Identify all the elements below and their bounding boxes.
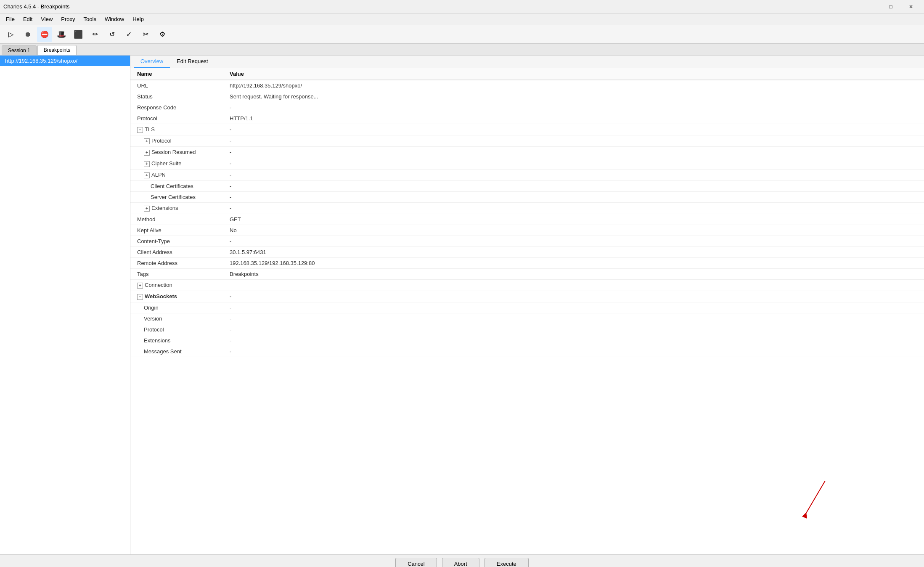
cancel-button[interactable]: Cancel	[395, 558, 437, 567]
toolbar: ▷ ⏺ ⛔ 🎩 ⬛ ✏ ↺ ✓ ✂ ⚙	[0, 25, 924, 44]
alpn-expand-icon[interactable]: +	[144, 172, 150, 178]
row-ws-version: Version -	[130, 313, 924, 324]
session-button[interactable]: ▷	[3, 27, 19, 42]
maximize-button[interactable]: □	[881, 2, 900, 12]
row-ws-extensions-name: Extensions	[130, 335, 223, 346]
row-ws-messages-sent-name: Messages Sent	[130, 346, 223, 357]
tls-extensions-expand-icon[interactable]: +	[144, 206, 150, 212]
pencil-button[interactable]: ✏	[87, 27, 103, 42]
row-cipher-suite: +Cipher Suite -	[130, 158, 924, 170]
row-session-resumed-value: -	[223, 147, 924, 158]
sidebar-item-shopxo[interactable]: http://192.168.35.129/shopxo/	[0, 56, 130, 66]
row-client-certs-value: -	[223, 181, 924, 191]
row-method: Method GET	[130, 214, 924, 225]
cipher-suite-expand-icon[interactable]: +	[144, 161, 150, 167]
svg-line-0	[804, 481, 825, 517]
row-remote-address: Remote Address 192.168.35.129/192.168.35…	[130, 258, 924, 269]
tools-button[interactable]: ✂	[138, 27, 153, 42]
row-client-address-value: 30.1.5.97:6431	[223, 247, 924, 257]
row-ws-version-name: Version	[130, 313, 223, 324]
row-connection-value	[223, 280, 924, 291]
menu-proxy[interactable]: Proxy	[57, 14, 79, 24]
row-connection: +Connection	[130, 280, 924, 291]
row-tags-value: Breakpoints	[223, 269, 924, 279]
row-ws-protocol-name: Protocol	[130, 324, 223, 335]
stop-button[interactable]: ⬛	[71, 27, 86, 42]
row-client-address: Client Address 30.1.5.97:6431	[130, 247, 924, 258]
websockets-collapse-icon[interactable]: −	[137, 294, 143, 300]
row-client-certs: Client Certificates -	[130, 181, 924, 192]
minimize-button[interactable]: ─	[861, 2, 880, 12]
tab-edit-request[interactable]: Edit Request	[170, 56, 214, 68]
menu-help[interactable]: Help	[128, 14, 148, 24]
row-server-certs: Server Certificates -	[130, 192, 924, 203]
row-tls-protocol: +Protocol -	[130, 135, 924, 147]
content-panel: Overview Edit Request Name Value URL htt…	[130, 56, 924, 554]
row-tls: −TLS -	[130, 124, 924, 135]
row-method-value: GET	[223, 214, 924, 225]
abort-button[interactable]: Abort	[442, 558, 479, 567]
row-websockets: −WebSockets -	[130, 291, 924, 302]
menu-bar: File Edit View Proxy Tools Window Help	[0, 13, 924, 25]
col-header-name: Name	[130, 68, 223, 79]
row-remote-address-value: 192.168.35.129/192.168.35.129:80	[223, 258, 924, 268]
row-alpn-name: +ALPN	[130, 170, 223, 180]
main-layout: http://192.168.35.129/shopxo/ Overview E…	[0, 56, 924, 554]
row-tls-name: −TLS	[130, 124, 223, 135]
row-alpn: +ALPN -	[130, 170, 924, 181]
tab-breakpoints[interactable]: Breakpoints	[37, 45, 77, 55]
connection-expand-icon[interactable]: +	[137, 283, 143, 289]
tls-collapse-icon[interactable]: −	[137, 127, 143, 133]
window-title: Charles 4.5.4 - Breakpoints	[3, 3, 70, 10]
close-button[interactable]: ✕	[901, 2, 921, 12]
row-response-code-name: Response Code	[130, 102, 223, 113]
sidebar: http://192.168.35.129/shopxo/	[0, 56, 130, 554]
row-protocol-value: HTTP/1.1	[223, 113, 924, 124]
row-tls-value: -	[223, 124, 924, 135]
inner-tabs: Overview Edit Request	[130, 56, 924, 68]
red-arrow-annotation	[798, 479, 831, 521]
row-kept-alive: Kept Alive No	[130, 225, 924, 236]
row-tls-protocol-value: -	[223, 135, 924, 146]
settings-button[interactable]: ⚙	[155, 27, 170, 42]
record-button[interactable]: ⏺	[20, 27, 35, 42]
menu-tools[interactable]: Tools	[79, 14, 101, 24]
execute-button[interactable]: Execute	[485, 558, 529, 567]
session-resumed-expand-icon[interactable]: +	[144, 150, 150, 156]
row-ws-origin-value: -	[223, 302, 924, 313]
row-protocol: Protocol HTTP/1.1	[130, 113, 924, 124]
row-session-resumed: +Session Resumed -	[130, 147, 924, 158]
row-websockets-value: -	[223, 291, 924, 302]
menu-file[interactable]: File	[2, 14, 19, 24]
check-button[interactable]: ✓	[121, 27, 136, 42]
row-ws-protocol: Protocol -	[130, 324, 924, 335]
row-tls-extensions: +Extensions -	[130, 203, 924, 214]
menu-window[interactable]: Window	[101, 14, 128, 24]
row-tags: Tags Breakpoints	[130, 269, 924, 280]
tab-bar: Session 1 Breakpoints	[0, 44, 924, 56]
row-server-certs-name: Server Certificates	[130, 192, 223, 202]
row-ws-extensions: Extensions -	[130, 335, 924, 346]
column-headers: Name Value	[130, 68, 924, 80]
row-alpn-value: -	[223, 170, 924, 180]
row-server-certs-value: -	[223, 192, 924, 202]
row-connection-name: +Connection	[130, 280, 223, 291]
refresh-button[interactable]: ↺	[104, 27, 119, 42]
row-ws-extensions-value: -	[223, 335, 924, 346]
menu-view[interactable]: View	[37, 14, 57, 24]
row-client-certs-name: Client Certificates	[130, 181, 223, 191]
row-cipher-suite-name: +Cipher Suite	[130, 158, 223, 169]
breakpoint-button[interactable]: ⛔	[37, 27, 52, 42]
row-ws-protocol-value: -	[223, 324, 924, 335]
tab-overview[interactable]: Overview	[134, 56, 170, 68]
row-url: URL http://192.168.35.129/shopxo/	[130, 80, 924, 91]
hat-button[interactable]: 🎩	[54, 27, 69, 42]
menu-edit[interactable]: Edit	[19, 14, 37, 24]
tls-protocol-expand-icon[interactable]: +	[144, 138, 150, 144]
row-response-code: Response Code -	[130, 102, 924, 113]
tab-session1[interactable]: Session 1	[2, 45, 37, 55]
window-controls: ─ □ ✕	[861, 2, 921, 12]
svg-marker-1	[802, 512, 807, 519]
row-status: Status Sent request. Waiting for respons…	[130, 91, 924, 102]
row-method-name: Method	[130, 214, 223, 225]
